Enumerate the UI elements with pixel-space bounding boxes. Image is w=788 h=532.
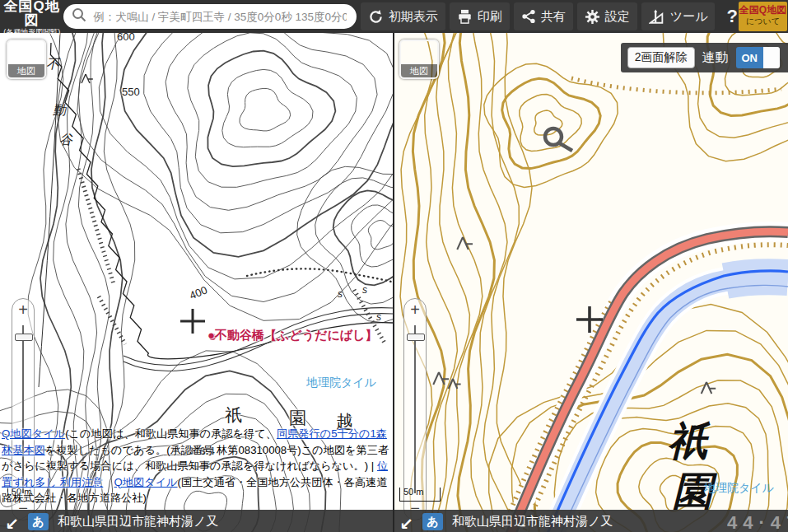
about-qmap-button[interactable]: 全国Q地図 について <box>739 2 787 31</box>
valley-name-char: 動 <box>53 102 66 119</box>
share-label: 共有 <box>541 9 566 25</box>
refresh-icon <box>368 9 384 25</box>
license-link[interactable]: Q地図タイル <box>114 476 177 488</box>
right-pane-toolbar: 2画面解除 連動 ON <box>621 43 788 72</box>
left-zoom-in-button[interactable]: + <box>12 301 34 320</box>
search-input[interactable] <box>91 10 347 24</box>
valley-name-char: 谷 <box>59 132 72 149</box>
right-zoom-track[interactable] <box>414 325 416 493</box>
right-scale-label: 50 m <box>403 487 423 497</box>
tools-button[interactable]: ツール <box>641 2 716 30</box>
gear-icon <box>585 9 600 25</box>
about-subtitle: について <box>739 16 787 26</box>
app-title: 全国Q地図 <box>0 0 63 27</box>
valley-name-char: 不 <box>46 56 59 73</box>
right-zoom-slider-handle[interactable] <box>407 334 425 341</box>
right-map-style-label: 地図 <box>401 64 437 77</box>
left-map-style-button[interactable]: 地図 <box>7 40 46 79</box>
left-status-bar: ↙ あ 和歌山県田辺市龍神村湯ノ又 （地図中心の住所を表示しています） <box>0 510 393 532</box>
scrub-symbol: s <box>362 284 367 296</box>
search-box[interactable] <box>63 4 356 29</box>
app-logo: 全国Q地図 (各種地形図閲覧) <box>0 0 63 36</box>
settings-label: 設定 <box>605 9 630 25</box>
sync-label: 連動 <box>702 49 729 67</box>
about-title: 全国Q地図 <box>739 5 787 16</box>
left-pan-arrow-icon: ↙ <box>5 514 19 532</box>
left-license-text: Q地図タイル(この地図は、和歌山県知事の承認を得て、同県発行の5千分の1森林基本… <box>2 426 391 506</box>
exit-split-view-button[interactable]: 2画面解除 <box>627 47 695 68</box>
search-icon <box>72 7 86 26</box>
elevation-fragment: 44·47 <box>727 512 788 532</box>
contour-label-600: 600 <box>117 33 135 43</box>
printer-icon <box>457 9 473 24</box>
left-zoom-slider-handle[interactable] <box>15 334 33 341</box>
right-zoom-in-button[interactable]: + <box>404 301 426 320</box>
right-map-pane[interactable]: 地図 2画面解除 連動 ON 祇 園 地理院タイル + − 50 m 44·47… <box>394 33 788 532</box>
print-button[interactable]: 印刷 <box>450 2 510 30</box>
left-map-style-label: 地図 <box>8 64 44 77</box>
right-gsi-attribution-link[interactable]: 地理院タイル <box>704 481 774 496</box>
share-button[interactable]: 共有 <box>514 2 573 30</box>
bridge-annotation: ●不動谷橋【ふどうだにばし】 <box>207 328 378 343</box>
license-text <box>103 476 114 488</box>
app-subtitle: (各種地形図閲覧) <box>0 29 63 36</box>
scrub-symbol: s <box>376 311 381 323</box>
tools-icon <box>649 9 665 25</box>
left-gsi-attribution-link[interactable]: 地理院タイル <box>306 376 376 390</box>
license-link[interactable]: Q地図タイル <box>2 427 65 440</box>
sync-toggle[interactable]: ON <box>736 47 781 68</box>
top-toolbar: 全国Q地図 (各種地形図閲覧) 初期表示 印刷 共有 設定 ツール <box>0 0 788 33</box>
right-map-canvas <box>394 33 788 532</box>
reset-view-label: 初期表示 <box>389 9 438 25</box>
print-label: 印刷 <box>478 9 502 25</box>
license-text: を複製したものである。(承認番号 林第08310008号)この地図を第三者がさら… <box>2 444 389 473</box>
left-kana-badge: あ <box>28 513 49 530</box>
reset-view-button[interactable]: 初期表示 <box>361 2 445 30</box>
license-text: (この地図は、和歌山県知事の承認を得て、 <box>65 427 277 440</box>
settings-button[interactable]: 設定 <box>577 2 637 30</box>
right-scale-bar: 50 m <box>399 488 441 502</box>
right-address-text: 和歌山県田辺市龍神村湯ノ又 <box>452 514 613 530</box>
contour-label-550: 550 <box>122 86 140 98</box>
area-name-char: 祇 <box>668 422 707 461</box>
left-address-text: 和歌山県田辺市龍神村湯ノ又 <box>58 514 218 530</box>
right-kana-badge: あ <box>422 513 443 530</box>
help-icon: ? <box>726 6 737 27</box>
scrub-symbol: s <box>338 288 343 300</box>
pass-name-char: 祇 <box>225 404 242 427</box>
sync-toggle-state: ON <box>736 47 764 68</box>
right-pan-arrow-icon: ↙ <box>399 514 413 532</box>
sync-toggle-knob <box>763 47 780 68</box>
right-map-style-button[interactable]: 地図 <box>399 40 439 79</box>
tools-label: ツール <box>670 9 708 25</box>
left-map-pane[interactable]: 地図 600 550 400 378.4 不 動 谷 s s s ●不動谷橋【ふ… <box>0 33 394 532</box>
share-icon <box>521 9 536 24</box>
